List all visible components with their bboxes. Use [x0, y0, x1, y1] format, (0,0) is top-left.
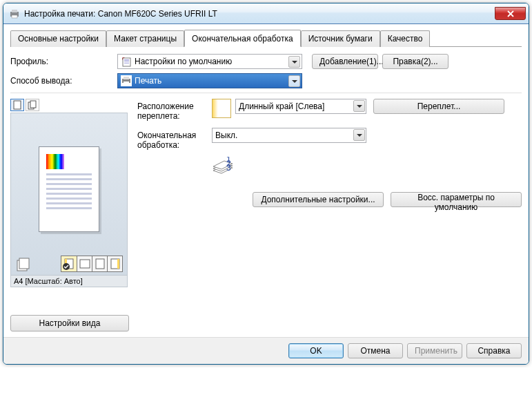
binding-select[interactable]: Длинный край [Слева] — [235, 99, 366, 114]
separator — [10, 93, 522, 93]
profile-value: Настройки по умолчанию — [135, 57, 232, 66]
chevron-down-icon[interactable] — [353, 100, 365, 112]
view-settings-button[interactable]: Настройки вида — [10, 315, 129, 331]
output-row: Способ вывода: Печать — [10, 73, 522, 88]
tab-basic[interactable]: Основные настройки — [10, 30, 106, 47]
settings-panel: Расположение переплета: Длинный край [Сл… — [137, 99, 522, 331]
profile-select[interactable]: Настройки по умолчанию — [117, 54, 302, 69]
preview-area — [10, 113, 128, 276]
profile-default-icon — [121, 56, 132, 67]
preview-mode-multi-icon[interactable] — [26, 99, 39, 111]
binding-row: Расположение переплета: Длинный край [Сл… — [137, 99, 522, 121]
tab-quality[interactable]: Качество — [380, 30, 431, 47]
close-button[interactable] — [495, 7, 526, 20]
finishing-label: Окончательная обработка: — [137, 128, 212, 150]
svg-rect-19 — [80, 260, 90, 268]
tab-paper-source[interactable]: Источник бумаги — [301, 30, 380, 47]
dialog-content: Основные настройки Макет страницы Оконча… — [3, 24, 529, 337]
svg-rect-1 — [12, 10, 17, 12]
svg-rect-15 — [19, 258, 29, 269]
print-settings-dialog: Настройка печати: Canon MF620C Series UF… — [3, 3, 529, 365]
ok-button[interactable]: OK — [288, 343, 344, 358]
finishing-value: Выкл. — [215, 131, 237, 140]
page-thumbnail — [39, 146, 99, 232]
svg-rect-11 — [14, 101, 21, 109]
book-icon — [212, 99, 231, 118]
finishing-select[interactable]: Выкл. — [212, 128, 366, 143]
svg-rect-22 — [117, 259, 119, 269]
preview-caption: A4 [Масштаб: Авто] — [10, 276, 128, 287]
restore-defaults-button[interactable]: Восс. параметры по умолчанию — [391, 192, 522, 207]
close-icon — [507, 10, 514, 17]
output-label: Способ вывода: — [10, 76, 117, 86]
binding-value: Длинный край [Слева] — [239, 102, 324, 111]
svg-rect-20 — [96, 259, 104, 269]
tab-finishing[interactable]: Окончательная обработка — [184, 30, 301, 47]
profile-label: Профиль: — [10, 57, 117, 66]
orientation-portrait-icon[interactable] — [92, 256, 107, 271]
cancel-button[interactable]: Отмена — [348, 343, 403, 358]
pages-stack-icon — [15, 256, 32, 272]
orientation-portrait-right-icon[interactable] — [107, 256, 122, 271]
svg-rect-6 — [124, 61, 129, 62]
finishing-row: Окончательная обработка: Выкл. — [137, 128, 522, 150]
svg-rect-2 — [12, 15, 17, 18]
tab-page-layout[interactable]: Макет страницы — [106, 30, 184, 47]
svg-rect-10 — [124, 81, 129, 85]
titlebar[interactable]: Настройка печати: Canon MF620C Series UF… — [3, 3, 529, 24]
advanced-settings-button[interactable]: Дополнительные настройки... — [253, 192, 384, 207]
paper-stack-icon: 1 2 3 — [212, 157, 234, 176]
preview-toolbar — [10, 99, 128, 111]
dialog-button-bar: OK Отмена Применить Справка — [3, 337, 529, 364]
settings-footer: Дополнительные настройки... Восс. параме… — [137, 192, 522, 207]
thumbnail-color-block — [46, 154, 64, 169]
binding-label: Расположение переплета: — [137, 99, 212, 121]
svg-text:3: 3 — [226, 163, 231, 173]
printer-icon — [9, 8, 20, 19]
output-select[interactable]: Печать — [117, 73, 302, 88]
orientation-landscape-icon[interactable] — [77, 256, 92, 271]
orientation-portrait-left-icon[interactable] — [61, 256, 77, 271]
output-value: Печать — [135, 76, 161, 86]
window-title: Настройка печати: Canon MF620C Series UF… — [24, 9, 495, 19]
tab-bar: Основные настройки Макет страницы Оконча… — [10, 30, 522, 47]
binding-button[interactable]: Переплет... — [373, 99, 504, 114]
svg-rect-7 — [124, 63, 129, 64]
profile-row: Профиль: Настройки по умолчанию Добавлен… — [10, 54, 522, 69]
preview-mode-single-icon[interactable] — [10, 99, 24, 111]
chevron-down-icon[interactable] — [288, 56, 300, 68]
printer-small-icon — [121, 75, 132, 86]
preview-panel: A4 [Масштаб: Авто] Настройки вида — [10, 99, 128, 331]
apply-button[interactable]: Применить — [407, 343, 462, 358]
chevron-down-icon[interactable] — [288, 75, 300, 87]
help-button[interactable]: Справка — [466, 343, 522, 358]
add-profile-button[interactable]: Добавление(1)... — [312, 54, 378, 69]
svg-rect-5 — [124, 59, 129, 61]
finishing-orientation-icons — [61, 256, 123, 272]
svg-rect-9 — [124, 77, 129, 79]
chevron-down-icon[interactable] — [353, 129, 365, 141]
edit-profile-button[interactable]: Правка(2)... — [382, 54, 449, 69]
svg-rect-13 — [30, 101, 36, 108]
